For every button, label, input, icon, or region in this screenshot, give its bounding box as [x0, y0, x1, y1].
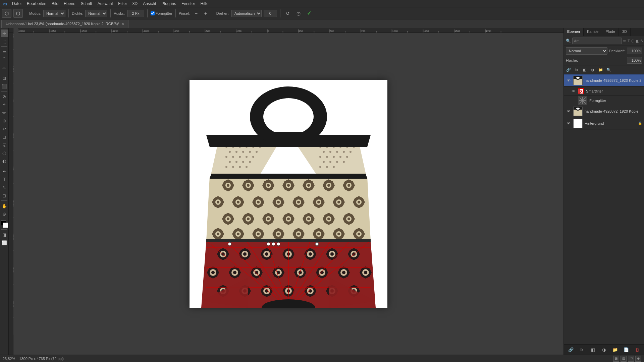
folder-btn[interactable]: 📁: [597, 66, 604, 73]
lasso-tool[interactable]: ⌒: [1, 56, 8, 63]
toggle-btn[interactable]: ◷: [294, 9, 303, 18]
fx-btn[interactable]: fx: [573, 66, 580, 73]
menu-item-schrift[interactable]: Schrift: [78, 1, 95, 7]
dodge-tool[interactable]: ◐: [1, 157, 8, 165]
formgitter-checkbox[interactable]: [151, 11, 155, 15]
menu-item-filter[interactable]: Filter: [115, 1, 130, 7]
healing-brush[interactable]: ⌖: [1, 101, 8, 108]
pinsel-plus[interactable]: +: [201, 9, 210, 18]
layer-mask-btn[interactable]: ◧: [589, 346, 597, 353]
mask-btn[interactable]: ◧: [581, 66, 588, 73]
app-icon[interactable]: Ps: [1, 0, 9, 7]
color-swatch[interactable]: [1, 221, 8, 228]
layer-adjustment-btn[interactable]: ◑: [600, 346, 608, 353]
tool-preset[interactable]: ⬡: [13, 9, 23, 18]
tab-kanaele[interactable]: Kanäle: [584, 28, 602, 36]
layer-style-btn[interactable]: fx: [578, 346, 586, 353]
shape-tool[interactable]: ◻: [1, 192, 8, 199]
crop-tool[interactable]: ⊡: [1, 74, 8, 82]
formgitter-check[interactable]: Formgitter: [151, 11, 172, 15]
layer-vis-hintergrund[interactable]: 👁: [566, 121, 571, 126]
menu-item-datei[interactable]: Datei: [9, 1, 24, 7]
svg-point-51: [333, 166, 335, 168]
layer-link-btn[interactable]: 🔗: [567, 346, 575, 353]
filter-icon-1[interactable]: ✏: [623, 39, 626, 43]
status-btn-3[interactable]: ⬚: [628, 356, 634, 362]
document-tab[interactable]: Unbenannt-1 bei 23,8% (handmade-4926872_…: [1, 20, 128, 28]
layer-group-btn[interactable]: 📁: [611, 346, 619, 353]
status-bar: 23,82% 1300 Px x 4765 Px (72 ppi) ⊞ ⊡ ⬚ …: [0, 355, 644, 362]
menu-item-bild[interactable]: Bild: [49, 1, 61, 7]
blur-tool[interactable]: ◌: [1, 149, 8, 157]
tab-close-btn[interactable]: ✕: [121, 22, 124, 26]
menu-item-ansicht[interactable]: Ansicht: [140, 1, 159, 7]
eraser-tool[interactable]: ◻: [1, 133, 8, 140]
filter-icon-2[interactable]: T: [628, 39, 630, 43]
menu-item-plug-ins[interactable]: Plug-ins: [159, 1, 179, 7]
filter-icon-5[interactable]: fx: [641, 39, 644, 43]
tab-ebenen[interactable]: Ebenen: [564, 28, 584, 36]
hand-tool[interactable]: ✋: [1, 202, 8, 209]
pen-tool[interactable]: ✒: [1, 168, 8, 175]
search-layer-btn[interactable]: 🔍: [605, 66, 612, 73]
marquee-tool[interactable]: ▭: [1, 48, 8, 55]
quick-select[interactable]: ⌯: [1, 64, 8, 71]
layer-item-formgitter[interactable]: 👁 Formgitter: [564, 96, 644, 105]
opacity-input[interactable]: [627, 48, 642, 54]
status-btn-4[interactable]: ⊕: [635, 356, 641, 362]
path-select[interactable]: ↖: [1, 184, 8, 191]
brush-tool[interactable]: ✏: [1, 109, 8, 116]
reset-btn[interactable]: ↺: [283, 9, 292, 18]
menu-item-bearbeiten[interactable]: Bearbeiten: [24, 1, 49, 7]
modus-select[interactable]: Normal: [43, 10, 65, 17]
svg-rect-252: [574, 119, 582, 128]
history-brush[interactable]: ↩: [1, 125, 8, 132]
layer-new-btn[interactable]: 📄: [623, 346, 630, 353]
status-btn-2[interactable]: ⊡: [621, 356, 627, 362]
artboard-tool[interactable]: ⬚: [1, 38, 8, 45]
layer-item-kopie2[interactable]: 👁 handmade-4926872_1920 Kopie 2: [564, 74, 644, 86]
zoom-tool[interactable]: ⊕: [1, 210, 8, 218]
dichte-select[interactable]: Normal: [85, 10, 107, 17]
tab-3d[interactable]: 3D: [619, 28, 631, 36]
ausbr-input[interactable]: [127, 10, 144, 17]
move-tool[interactable]: ✛: [1, 29, 8, 37]
background-color[interactable]: [3, 223, 8, 228]
menu-item-auswahl[interactable]: Auswahl: [95, 1, 115, 7]
confirm-btn[interactable]: ✓: [305, 9, 314, 18]
drehen-num[interactable]: [264, 10, 277, 17]
menu-item-hilfe[interactable]: Hilfe: [198, 1, 211, 7]
menu-item-3d[interactable]: 3D: [130, 1, 140, 7]
layer-search-input[interactable]: [572, 38, 622, 44]
screen-mode[interactable]: ⬜: [1, 239, 8, 246]
layer-item-hintergrund[interactable]: 👁 Hintergrund 🔒: [564, 117, 644, 129]
eyedropper-tool[interactable]: ⊘: [1, 93, 8, 100]
frame-tool[interactable]: ⬛: [1, 82, 8, 90]
layer-vis-kopie[interactable]: 👁: [566, 109, 571, 114]
canvas-main[interactable]: [13, 33, 564, 355]
quick-mask[interactable]: ◨: [1, 231, 8, 238]
status-btn-1[interactable]: ⊞: [613, 356, 619, 362]
layer-vis-kopie2[interactable]: 👁: [566, 78, 571, 83]
link-layers-btn[interactable]: 🔗: [565, 66, 572, 73]
menu-item-ebene[interactable]: Ebene: [61, 1, 78, 7]
filter-icon-3[interactable]: ⬡: [631, 39, 635, 43]
clone-stamp[interactable]: ⊕: [1, 117, 8, 124]
layer-delete-btn[interactable]: 🗑: [634, 346, 641, 353]
svg-point-14: [249, 151, 251, 153]
gradient-tool[interactable]: ◱: [1, 141, 8, 148]
move-tool-option[interactable]: ⬡: [2, 9, 11, 18]
fill-input[interactable]: [627, 57, 642, 64]
menu-item-fenster[interactable]: Fenster: [179, 1, 198, 7]
pinsel-minus[interactable]: −: [192, 9, 201, 18]
drehen-select[interactable]: Automatisch: [231, 10, 262, 17]
svg-rect-147: [272, 132, 305, 138]
layer-vis-smartfilter[interactable]: 👁: [571, 88, 576, 94]
filter-icon-4[interactable]: ◧: [636, 39, 639, 43]
tab-pfade[interactable]: Pfade: [602, 28, 619, 36]
adjustment-btn[interactable]: ◑: [589, 66, 596, 73]
blend-mode-select[interactable]: Normal Multiplizieren Abblenden: [566, 47, 607, 55]
layer-item-kopie[interactable]: 👁 handmade-4926872_1920 Kopie: [564, 105, 644, 117]
layer-item-smartfilter[interactable]: 👁 X Smartfilter: [564, 86, 644, 96]
type-tool[interactable]: T: [1, 176, 8, 183]
